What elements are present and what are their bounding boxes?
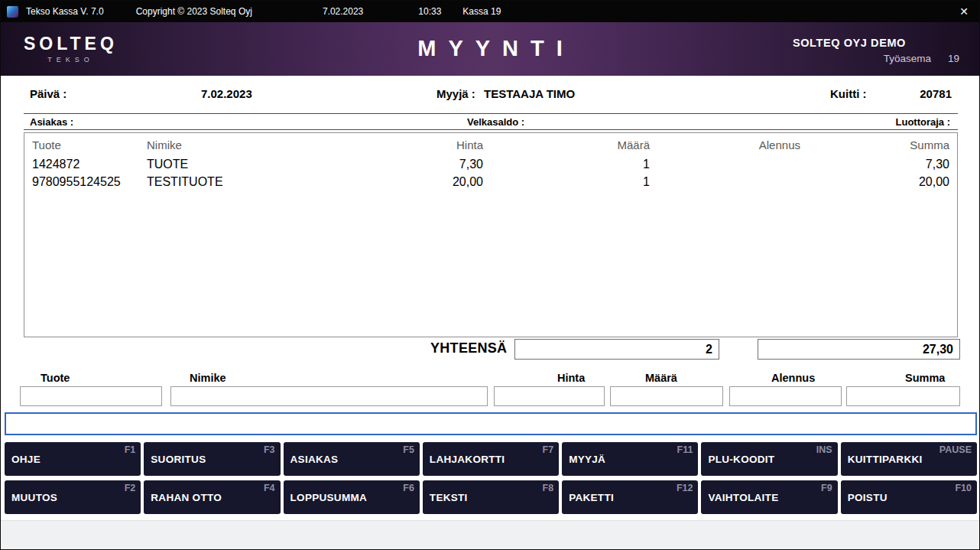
paketti-button[interactable]: PAKETTI F12 bbox=[562, 480, 698, 514]
entry-label-summa: Summa bbox=[905, 372, 945, 384]
ohje-button[interactable]: OHJE F1 bbox=[5, 442, 141, 476]
quantity-input[interactable] bbox=[610, 386, 723, 406]
app-header: SOLTEQ TEKSO MYYNTI SOLTEQ OYJ DEMO Työa… bbox=[1, 22, 979, 76]
totals-row: YHTEENSÄ 2 27,30 bbox=[1, 337, 979, 362]
button-label: PAKETTI bbox=[569, 492, 614, 503]
page-title: MYYNTI bbox=[405, 36, 575, 61]
close-icon[interactable]: ✕ bbox=[959, 6, 969, 17]
button-label: TEKSTI bbox=[430, 492, 468, 503]
cell-summa: 7,30 bbox=[800, 158, 949, 171]
workstation-label: Työasema bbox=[884, 53, 931, 64]
app-icon bbox=[7, 6, 18, 18]
debt-balance-label: Velkasaldo : bbox=[467, 116, 524, 128]
entry-label-tuote: Tuote bbox=[41, 372, 70, 384]
app-title: Tekso Kassa V. 7.0 bbox=[26, 6, 104, 17]
entry-label-nimike: Nimike bbox=[190, 372, 226, 384]
command-entry-input[interactable] bbox=[5, 412, 977, 435]
seller-name: TESTAAJA TIMO bbox=[484, 87, 575, 100]
titlebar-date: 7.02.2023 bbox=[323, 6, 363, 17]
cell-nimike: TESTITUOTE bbox=[147, 175, 330, 189]
date-label: Päivä : bbox=[30, 87, 67, 100]
cell-nimike: TUOTE bbox=[147, 158, 330, 171]
rahan-otto-button[interactable]: RAHAN OTTO F4 bbox=[144, 480, 280, 514]
col-header-maara: Määrä bbox=[483, 138, 650, 151]
customer-label: Asiakas : bbox=[30, 116, 73, 128]
title-bar: Tekso Kassa V. 7.0 Copyright © 2023 Solt… bbox=[1, 1, 979, 22]
button-label: MYYJÄ bbox=[569, 454, 605, 465]
button-hotkey: F5 bbox=[403, 444, 414, 455]
plu-koodit-button[interactable]: PLU-KOODIT INS bbox=[701, 442, 837, 476]
button-hotkey: F3 bbox=[264, 444, 275, 455]
col-header-hinta: Hinta bbox=[330, 138, 483, 151]
receipt-info-row: Päivä : 7.02.2023 Myyjä : TESTAAJA TIMO … bbox=[1, 77, 979, 111]
product-code-input[interactable] bbox=[20, 386, 162, 406]
copyright-text: Copyright © 2023 Solteq Oyj bbox=[136, 6, 252, 17]
entry-label-alennus: Alennus bbox=[771, 372, 815, 384]
button-label: OHJE bbox=[11, 454, 41, 465]
poistu-button[interactable]: POISTU F10 bbox=[841, 480, 977, 514]
button-hotkey: PAUSE bbox=[939, 444, 972, 455]
date-value: 7.02.2023 bbox=[201, 87, 252, 100]
total-quantity-box: 2 bbox=[514, 339, 719, 360]
button-label: VAIHTOLAITE bbox=[708, 492, 778, 503]
table-row[interactable]: 1424872 TUOTE 7,30 1 7,30 bbox=[24, 155, 957, 173]
myyja-button[interactable]: MYYJÄ F11 bbox=[562, 442, 698, 476]
button-label: ASIAKAS bbox=[290, 454, 339, 465]
button-label: LOPPUSUMMA bbox=[290, 492, 368, 503]
button-label: SUORITUS bbox=[151, 454, 206, 465]
discount-input[interactable] bbox=[729, 386, 842, 406]
table-row[interactable]: 9780955124525 TESTITUOTE 20,00 1 20,00 bbox=[24, 173, 957, 190]
button-label: PLU-KOODIT bbox=[708, 454, 774, 465]
titlebar-time: 10:33 bbox=[418, 6, 441, 17]
button-hotkey: INS bbox=[816, 444, 832, 455]
product-name-input[interactable] bbox=[170, 386, 488, 406]
cell-maara: 1 bbox=[483, 175, 650, 189]
muutos-button[interactable]: MUUTOS F2 bbox=[5, 480, 141, 514]
button-hotkey: F11 bbox=[677, 444, 693, 455]
workstation-number: 19 bbox=[948, 53, 959, 64]
entry-inputs-row bbox=[1, 386, 979, 407]
sum-input[interactable] bbox=[846, 386, 960, 406]
credit-limit-label: Luottoraja : bbox=[896, 116, 951, 128]
button-hotkey: F2 bbox=[125, 483, 136, 493]
seller-label: Myyjä : bbox=[436, 87, 475, 100]
total-sum-box: 27,30 bbox=[758, 339, 960, 360]
customer-account-row: Asiakas : Velkasaldo : Luottoraja : bbox=[24, 113, 958, 130]
button-label: KUITTIPARKKI bbox=[848, 454, 923, 465]
register-id: Kassa 19 bbox=[462, 6, 501, 17]
cell-hinta: 7,30 bbox=[330, 158, 483, 171]
col-header-alennus: Alennus bbox=[650, 138, 800, 151]
button-label: POISTU bbox=[848, 492, 888, 503]
workstation-info: Työasema19 bbox=[884, 53, 959, 64]
sales-lines-table: Tuote Nimike Hinta Määrä Alennus Summa 1… bbox=[24, 132, 958, 337]
vaihtolaite-button[interactable]: VAIHTOLAITE F9 bbox=[701, 480, 837, 514]
total-label: YHTEENSÄ bbox=[430, 340, 507, 356]
button-hotkey: F4 bbox=[264, 483, 275, 493]
receipt-label: Kuitti : bbox=[830, 87, 866, 100]
status-footer bbox=[1, 520, 979, 549]
teksti-button[interactable]: TEKSTI F8 bbox=[423, 480, 559, 514]
entry-labels-row: Tuote Nimike Hinta Määrä Alennus Summa bbox=[1, 372, 979, 386]
suoritus-button[interactable]: SUORITUS F3 bbox=[144, 442, 280, 476]
loppusumma-button[interactable]: LOPPUSUMMA F6 bbox=[284, 480, 420, 514]
pos-window: Tekso Kassa V. 7.0 Copyright © 2023 Solt… bbox=[0, 0, 980, 550]
button-hotkey: F7 bbox=[543, 444, 554, 455]
logo-text: SOLTEQ bbox=[24, 34, 118, 54]
receipt-number: 20781 bbox=[920, 87, 952, 100]
solteq-logo: SOLTEQ TEKSO bbox=[24, 34, 118, 63]
logo-subtext: TEKSO bbox=[24, 56, 118, 63]
col-header-tuote: Tuote bbox=[32, 138, 147, 151]
asiakas-button[interactable]: ASIAKAS F5 bbox=[284, 442, 420, 476]
col-header-summa: Summa bbox=[800, 138, 949, 151]
button-hotkey: F12 bbox=[677, 483, 693, 493]
button-label: MUUTOS bbox=[11, 492, 57, 503]
store-name: SOLTEQ OYJ DEMO bbox=[793, 37, 906, 49]
button-hotkey: F9 bbox=[821, 483, 832, 493]
price-input[interactable] bbox=[494, 386, 605, 406]
col-header-nimike: Nimike bbox=[147, 138, 330, 151]
cell-maara: 1 bbox=[483, 158, 650, 171]
button-hotkey: F6 bbox=[403, 483, 414, 493]
kuittiparkki-button[interactable]: KUITTIPARKKI PAUSE bbox=[841, 442, 977, 476]
lahjakortti-button[interactable]: LAHJAKORTTI F7 bbox=[423, 442, 559, 476]
button-label: RAHAN OTTO bbox=[151, 492, 222, 503]
